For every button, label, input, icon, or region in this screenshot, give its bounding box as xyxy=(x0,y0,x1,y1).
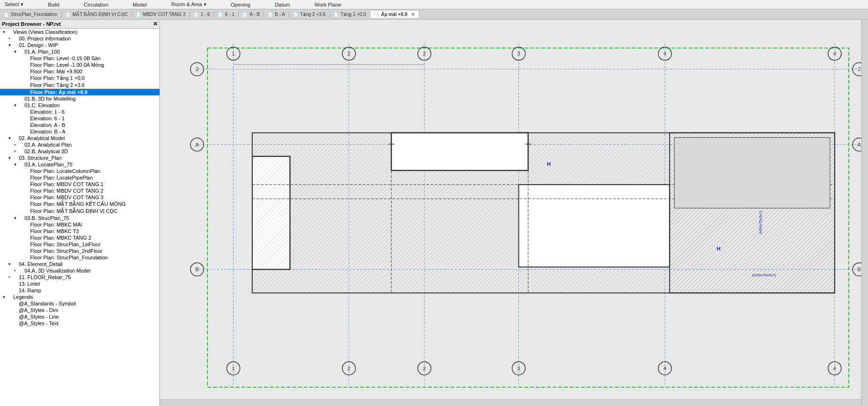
tree-item[interactable]: Floor Plan: MBKC TANG 2 xyxy=(0,234,159,241)
tree-toggle[interactable]: ▾ xyxy=(7,156,12,160)
tree-item[interactable]: Floor Plan: StrucPlan_Foundation xyxy=(0,254,159,261)
tree-item[interactable]: +04.A. 3D Visualization Model xyxy=(0,267,159,274)
tree-toggle[interactable]: ▾ xyxy=(1,30,7,34)
tree-toggle[interactable]: + xyxy=(12,268,18,273)
tree-item-label: Floor Plan: MBDV COT TANG 2 xyxy=(30,188,104,194)
tab-a---b[interactable]: 📄 A - B xyxy=(239,11,264,18)
svg-text:A: A xyxy=(858,142,861,148)
tab-label-1: MẶT BẰNG ĐỊNH VỊ CỌC xyxy=(72,12,128,17)
tree-item[interactable]: 01.B. 3D for Modelling xyxy=(0,95,159,102)
tree-item-label: Floor Plan: MBKC TANG 2 xyxy=(30,235,91,241)
tab-label-0: StrucPlan_Foundation xyxy=(11,12,57,17)
tree-item[interactable]: Floor Plan: MẶT BẰNG ĐỊNH VỊ CỌC xyxy=(0,208,159,215)
toolbar-workplane[interactable]: Work Plane xyxy=(312,2,344,8)
tree-toggle[interactable]: ▾ xyxy=(7,262,12,266)
vertical-scrollbar[interactable] xyxy=(861,20,868,406)
toolbar-datum[interactable]: Datum xyxy=(272,2,293,8)
tab-icon-2: 📄 xyxy=(136,12,141,17)
tree-toggle[interactable]: ▾ xyxy=(12,103,18,108)
tree-item[interactable]: Floor Plan: StrucPlan_2ndFloor xyxy=(0,248,159,254)
tree-item[interactable]: ▾Views (Views Classification) xyxy=(0,29,159,35)
tab-bar: 📄 StrucPlan_Foundation📄 MẶT BẰNG ĐỊNH VỊ… xyxy=(0,9,868,20)
tree-item[interactable]: Floor Plan: MBKC MÁI xyxy=(0,221,159,228)
tree-toggle[interactable]: ▾ xyxy=(1,295,7,299)
tree-item[interactable]: Elevation: 6 - 1 xyxy=(0,115,159,122)
tab-áp-mái-+6.9[interactable]: 📄 Áp mái +6.9✕ xyxy=(370,11,419,18)
tree-item[interactable]: Elevation: B - A xyxy=(0,128,159,135)
tree-item[interactable]: Elevation: A - B xyxy=(0,122,159,128)
tree-item-label: Floor Plan: MBKC T3 xyxy=(30,228,79,234)
tab-close-btn[interactable]: ✕ xyxy=(411,12,415,17)
toolbar-build[interactable]: Build xyxy=(45,2,62,8)
svg-text:2: 2 xyxy=(423,51,426,56)
tree-item[interactable]: @A_Standards - Symbol xyxy=(0,300,159,307)
toolbar-opening[interactable]: Opening xyxy=(228,2,254,8)
tree-item[interactable]: ▾01.A. Plan_100 xyxy=(0,48,159,55)
toolbar-room-area[interactable]: Room & Area ▾ xyxy=(168,1,209,8)
tab-6---1[interactable]: 📄 6 - 1 xyxy=(214,11,239,18)
tree-toggle[interactable]: ▾ xyxy=(12,49,18,54)
tree-toggle[interactable]: + xyxy=(7,36,12,41)
tree-item[interactable]: Floor Plan: LocatePipePlan xyxy=(0,174,159,181)
tree-item[interactable]: +11. FLOOR_Rebar_75 xyxy=(0,274,159,281)
toolbar-model[interactable]: Model xyxy=(130,2,150,8)
tree-item[interactable]: Floor Plan: MBKC T3 xyxy=(0,228,159,234)
tree-item[interactable]: +02.A. Analytical Plan xyxy=(0,141,159,148)
tree-item[interactable]: ▾Legends xyxy=(0,294,159,300)
tab-tầng-2-+3.6[interactable]: 📄 Tầng 2 +3.6 xyxy=(289,11,330,18)
tree-item[interactable]: ▾01.C. Elevation xyxy=(0,102,159,109)
tab-label-9: Áp mái +6.9 xyxy=(381,12,407,17)
tree-item[interactable]: Floor Plan: MBDV COT TANG 3 xyxy=(0,194,159,201)
tree-item[interactable]: Floor Plan: Level -1.00 0A Móng xyxy=(0,62,159,68)
toolbar-circulation[interactable]: Circulation xyxy=(81,2,111,8)
tree-toggle[interactable]: ▾ xyxy=(7,136,12,141)
sidebar-close-button[interactable]: ✕ xyxy=(153,21,158,27)
tree-item[interactable]: Floor Plan: MBDV COT TANG 2 xyxy=(0,187,159,194)
tree-item-label: Floor Plan: Tầng 2 +3.6 xyxy=(30,82,85,88)
tab-mbdv-cot-tang-3[interactable]: 📄 MBDV COT TANG 3 xyxy=(132,11,190,18)
tree-item[interactable]: ▾02. Analytical Model xyxy=(0,135,159,141)
tree-item[interactable]: Floor Plan: StrucPlan_1stFloor xyxy=(0,241,159,248)
tree-toggle[interactable]: + xyxy=(12,149,18,154)
tree-item[interactable]: Floor Plan: Tầng 1 +0.0 xyxy=(0,75,159,82)
tree-item[interactable]: ▾03.A. LocatePlan_75 xyxy=(0,161,159,168)
tree-item[interactable]: ▾01. Design - WIP xyxy=(0,42,159,48)
tree-item-label: 04. Element_Detail xyxy=(19,261,63,267)
svg-text:2: 2 xyxy=(196,66,199,72)
tree-item[interactable]: @A_Styles - Dim xyxy=(0,307,159,313)
tree-toggle[interactable]: + xyxy=(7,275,12,280)
tree-item[interactable]: Floor Plan: Áp mái +6.9 xyxy=(0,89,159,95)
tree-item[interactable]: @A_Styles - Line xyxy=(0,313,159,320)
tab-mặt-bằng-định-vị-cọc[interactable]: 📄 MẶT BẰNG ĐỊNH VỊ CỌC xyxy=(62,11,132,18)
tree-item[interactable]: ▾04. Element_Detail xyxy=(0,261,159,267)
tab-b---a[interactable]: 📄 B - A xyxy=(264,11,289,18)
tab-tầng-1-+0.0[interactable]: 📄 Tầng 1 +0.0 xyxy=(330,11,370,18)
tab-strucplan_foundation[interactable]: 📄 StrucPlan_Foundation xyxy=(0,11,62,18)
horizontal-scrollbar[interactable] xyxy=(160,399,861,406)
tree-item[interactable]: Floor Plan: Level -0.15 0B Sàn xyxy=(0,55,159,62)
tree-item[interactable]: 14. Ramp xyxy=(0,287,159,294)
tree-item[interactable]: Floor Plan: Mái +9.900 xyxy=(0,68,159,75)
tree-toggle[interactable]: ▾ xyxy=(12,162,18,167)
tree-toggle[interactable]: + xyxy=(12,142,18,147)
tree-item[interactable]: ▾03. Structure_Plan xyxy=(0,155,159,161)
tree-item[interactable]: Floor Plan: Tầng 2 +3.6 xyxy=(0,82,159,89)
tree-item[interactable]: Elevation: 1 - 6 xyxy=(0,109,159,115)
tree-item-label: Legends xyxy=(13,294,33,300)
tree-toggle[interactable]: ▾ xyxy=(12,216,18,220)
tree-item[interactable]: Floor Plan: MBDV COT TANG 1 xyxy=(0,181,159,187)
tab-1---6[interactable]: 📄 1 - 6 xyxy=(190,11,214,18)
tree-toggle[interactable]: ▾ xyxy=(7,43,12,47)
tree-item-label: 03.A. LocatePlan_75 xyxy=(24,162,72,167)
tree-item[interactable]: Floor Plan: MẶT BẰNG KẾT CẤU MÓNG xyxy=(0,201,159,208)
toolbar-select[interactable]: Select ▾ xyxy=(2,1,26,8)
tree-item[interactable]: Floor Plan: LocateColumnPlan xyxy=(0,168,159,174)
tree-item-label: 14. Ramp xyxy=(19,288,41,293)
tree-item[interactable]: 13. Lintel xyxy=(0,281,159,287)
tab-icon-1: 📄 xyxy=(65,12,71,17)
tree-item-label: @A_Styles - Dim xyxy=(19,307,58,313)
tree-item[interactable]: +00. Project Information xyxy=(0,35,159,42)
tree-item[interactable]: @A_Styles - Text xyxy=(0,320,159,327)
tree-item[interactable]: +02.B. Analytical 3D xyxy=(0,148,159,155)
tree-item[interactable]: ▾03.B. StrucPlan_75 xyxy=(0,215,159,221)
